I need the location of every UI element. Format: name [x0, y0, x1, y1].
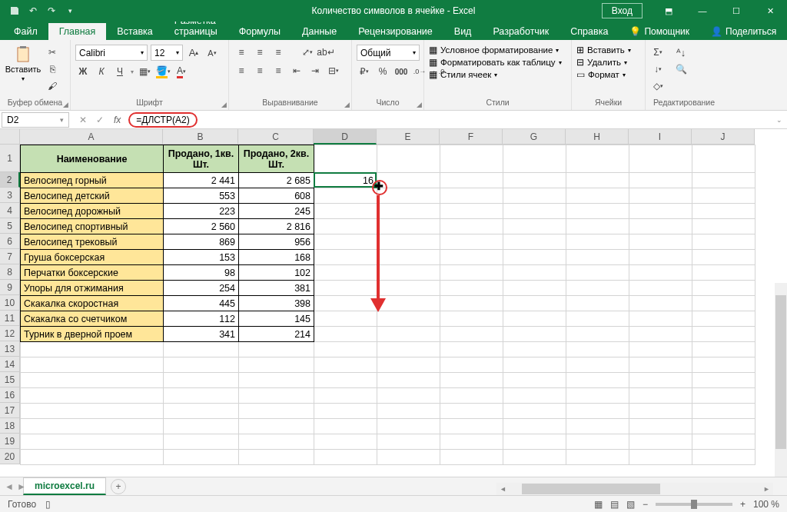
- table-cell[interactable]: [377, 311, 440, 327]
- table-cell[interactable]: [503, 204, 566, 219]
- row-header[interactable]: 7: [0, 249, 20, 264]
- table-cell[interactable]: [314, 419, 377, 434]
- table-cell[interactable]: 2 685: [239, 173, 314, 188]
- table-cell[interactable]: [314, 296, 377, 311]
- save-icon[interactable]: [6, 2, 23, 19]
- row-header[interactable]: 14: [0, 357, 20, 372]
- table-cell[interactable]: [692, 373, 755, 388]
- table-cell[interactable]: [440, 327, 503, 342]
- table-cell[interactable]: [314, 311, 377, 327]
- table-cell[interactable]: 254: [164, 281, 239, 296]
- tab-review[interactable]: Рецензирование: [347, 23, 443, 40]
- table-cell[interactable]: [566, 281, 629, 296]
- table-cell[interactable]: [503, 234, 566, 250]
- table-cell[interactable]: [314, 234, 377, 250]
- table-cell[interactable]: [629, 234, 692, 250]
- redo-icon[interactable]: ↷: [43, 2, 60, 19]
- table-cell[interactable]: [314, 188, 377, 204]
- table-cell[interactable]: [503, 281, 566, 296]
- table-header-cell[interactable]: Наименование: [21, 145, 164, 173]
- table-cell[interactable]: [314, 265, 377, 281]
- table-cell[interactable]: [239, 388, 314, 404]
- table-cell[interactable]: [566, 296, 629, 311]
- table-cell[interactable]: [566, 250, 629, 265]
- row-header[interactable]: 3: [0, 188, 20, 203]
- column-header[interactable]: J: [692, 129, 755, 145]
- table-cell[interactable]: [566, 404, 629, 419]
- table-cell[interactable]: [692, 357, 755, 373]
- cancel-formula-icon[interactable]: ✕: [75, 115, 91, 125]
- table-cell[interactable]: Груша боксерская: [21, 250, 164, 265]
- sort-filter-icon[interactable]: ᴬ↓: [673, 45, 689, 60]
- increase-indent-icon[interactable]: ⇥: [307, 63, 323, 78]
- row-header[interactable]: 16: [0, 387, 20, 403]
- table-cell[interactable]: [503, 450, 566, 465]
- table-cell[interactable]: 223: [164, 204, 239, 219]
- table-cell[interactable]: [440, 404, 503, 419]
- merge-icon[interactable]: ⊟▾: [326, 63, 341, 78]
- sheet-tab[interactable]: microexcel.ru: [23, 477, 106, 495]
- table-cell[interactable]: [440, 419, 503, 434]
- table-cell[interactable]: [440, 450, 503, 465]
- column-header[interactable]: G: [503, 129, 566, 145]
- comma-icon[interactable]: 000: [394, 64, 409, 79]
- table-cell[interactable]: [314, 204, 377, 219]
- spreadsheet-grid[interactable]: ABCDEFGHIJ 12345678910111213141516171819…: [0, 129, 787, 477]
- currency-icon[interactable]: ₽▾: [357, 64, 372, 79]
- font-name-combo[interactable]: Calibri▾: [75, 45, 148, 61]
- table-cell[interactable]: [692, 419, 755, 434]
- table-cell[interactable]: [164, 419, 239, 434]
- table-cell[interactable]: 16: [314, 173, 377, 188]
- tab-view[interactable]: Вид: [443, 23, 483, 40]
- bold-button[interactable]: Ж: [75, 64, 91, 79]
- table-cell[interactable]: 398: [239, 296, 314, 311]
- table-cell[interactable]: [239, 357, 314, 373]
- fx-icon[interactable]: fx: [114, 115, 121, 125]
- data-table[interactable]: НаименованиеПродано, 1кв. Шт.Продано, 2к…: [20, 145, 755, 465]
- find-select-icon[interactable]: 🔍: [673, 62, 689, 77]
- tab-help[interactable]: Справка: [560, 23, 619, 40]
- conditional-formatting-button[interactable]: ▦Условное форматирование▾: [429, 45, 559, 55]
- table-cell[interactable]: [440, 434, 503, 450]
- align-center-icon[interactable]: ≡: [252, 63, 267, 78]
- column-header[interactable]: E: [377, 129, 440, 145]
- table-cell[interactable]: [440, 311, 503, 327]
- dialog-launcher-icon[interactable]: ◢: [63, 101, 68, 108]
- table-cell[interactable]: [566, 357, 629, 373]
- table-cell[interactable]: [377, 373, 440, 388]
- table-cell[interactable]: Велосипед детский: [21, 188, 164, 204]
- font-color-icon[interactable]: A▾: [174, 64, 189, 79]
- table-cell[interactable]: 112: [164, 311, 239, 327]
- table-cell[interactable]: Турник в дверной проем: [21, 327, 164, 342]
- expand-formula-bar-icon[interactable]: ⌄: [772, 116, 787, 124]
- row-header[interactable]: 8: [0, 264, 20, 280]
- qat-customize-icon[interactable]: ▾: [61, 2, 78, 19]
- table-cell[interactable]: [503, 265, 566, 281]
- table-cell[interactable]: Велосипед дорожный: [21, 204, 164, 219]
- underline-button[interactable]: Ч: [112, 64, 128, 79]
- ribbon-display-icon[interactable]: ⬒: [652, 0, 686, 22]
- table-cell[interactable]: [314, 281, 377, 296]
- table-cell[interactable]: [314, 434, 377, 450]
- fill-color-icon[interactable]: 🪣▾: [155, 64, 171, 79]
- table-cell[interactable]: [440, 173, 503, 188]
- table-cell[interactable]: [503, 188, 566, 204]
- table-cell[interactable]: [440, 281, 503, 296]
- table-cell[interactable]: [503, 250, 566, 265]
- row-header[interactable]: 2: [0, 172, 20, 188]
- table-cell[interactable]: [566, 327, 629, 342]
- add-sheet-button[interactable]: +: [111, 479, 126, 494]
- table-cell[interactable]: Скакалка со счетчиком: [21, 311, 164, 327]
- table-cell[interactable]: [239, 434, 314, 450]
- table-cell[interactable]: [164, 373, 239, 388]
- table-cell[interactable]: [377, 250, 440, 265]
- tab-file[interactable]: Файл: [3, 23, 48, 40]
- italic-button[interactable]: К: [94, 64, 109, 79]
- table-cell[interactable]: [377, 404, 440, 419]
- formula-bar[interactable]: =ДЛСТР(A2): [125, 112, 772, 128]
- table-cell[interactable]: [503, 388, 566, 404]
- table-cell[interactable]: [692, 234, 755, 250]
- table-cell[interactable]: [377, 204, 440, 219]
- cell-styles-button[interactable]: ▦Стили ячеек▾: [429, 69, 497, 80]
- table-cell[interactable]: [629, 281, 692, 296]
